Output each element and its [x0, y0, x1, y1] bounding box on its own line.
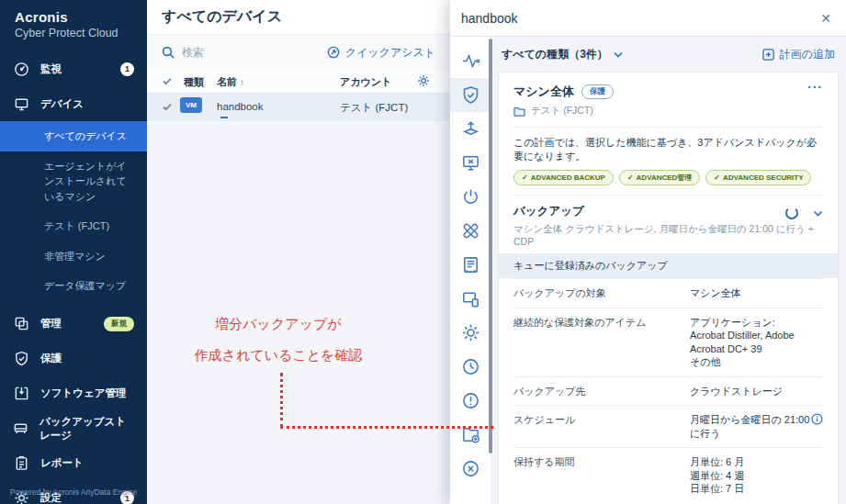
- report-file-icon[interactable]: [450, 248, 491, 282]
- devices-group-icon[interactable]: [450, 282, 491, 316]
- power-icon[interactable]: [450, 180, 491, 214]
- sidebar: Acronis Cyber Protect Cloud 監視 1 デバイス すべ…: [0, 0, 147, 504]
- shield-check-icon: [13, 351, 29, 366]
- plan-status-badge: 保護: [581, 84, 614, 99]
- queued-backup-row: キューに登録済みのバックアップ: [499, 253, 838, 278]
- chevron-down-icon[interactable]: [813, 210, 823, 217]
- sidebar-item-backup-storage[interactable]: バックアップストレージ: [0, 411, 147, 446]
- powered-by: Powered by Acronis AnyData Engine: [0, 487, 147, 497]
- table-row[interactable]: VM handbook テスト (FJCT): [147, 94, 450, 121]
- settings-gear-icon[interactable]: [450, 316, 491, 350]
- sidebar-item-label: 監視: [40, 62, 62, 76]
- backup-running-spinner: [785, 207, 798, 219]
- plan-more-menu[interactable]: ···: [807, 80, 823, 95]
- device-name: handbook: [217, 101, 264, 112]
- panel-icon-rail: [450, 37, 491, 504]
- chevron-down-icon: [614, 51, 623, 58]
- sidebar-item-label: ソフトウェア管理: [40, 386, 127, 400]
- device-details-panel: handbook ✕: [450, 0, 846, 504]
- sidebar-item-label: 保護: [40, 352, 62, 365]
- clipboard-icon: [13, 455, 29, 471]
- add-to-group-folder-icon[interactable]: [450, 418, 491, 452]
- page-title: すべてのデバイス: [162, 7, 282, 27]
- annotation-connector-vertical: [280, 373, 283, 428]
- sidebar-item-reports[interactable]: レポート: [0, 446, 147, 481]
- info-icon[interactable]: [811, 413, 823, 425]
- monitoring-badge: 1: [120, 62, 134, 76]
- annotation-connector-horizontal: [280, 426, 493, 429]
- activities-clock-icon[interactable]: [450, 350, 491, 384]
- search-input[interactable]: [182, 46, 301, 59]
- sidebar-item-label: デバイス: [40, 97, 84, 111]
- column-type[interactable]: 種類: [184, 75, 204, 89]
- sidebar-item-data-protection-map[interactable]: データ保護マップ: [0, 271, 147, 301]
- annotation-note: 増分バックアップが 作成されていることを確認: [168, 308, 389, 371]
- delete-icon[interactable]: [450, 452, 491, 486]
- plan-title: マシン全体: [513, 84, 574, 100]
- sidebar-item-devices[interactable]: デバイス: [0, 86, 147, 121]
- gauge-icon: [13, 62, 29, 77]
- protection-plan-card: マシン全体 保護 ··· テスト (FJCT) この計画では、選択した機能に基づ…: [498, 72, 839, 504]
- backup-section-title: バックアップ: [513, 204, 823, 219]
- folder-icon: [513, 106, 525, 117]
- plan-group: テスト (FJCT): [531, 105, 593, 118]
- backup-detail-row: スケジュール 月曜日から金曜日の 21:00 に行う: [513, 405, 823, 447]
- add-plan-button[interactable]: 計画の追加: [762, 47, 835, 62]
- vm-icon: VM: [180, 97, 202, 113]
- brand-line1: Acronis: [15, 9, 147, 27]
- column-name[interactable]: 名前 ↑: [217, 75, 244, 89]
- sidebar-item-label: 管理: [40, 317, 62, 330]
- brand-logo: Acronis Cyber Protect Cloud: [0, 0, 147, 40]
- disaster-recovery-icon[interactable]: [450, 112, 491, 146]
- plan-type-filter[interactable]: すべての種類（3件）: [502, 47, 623, 62]
- row-checkbox[interactable]: [162, 101, 173, 112]
- backup-detail-row: 保持する期間 月単位: 6 月 週単位: 4 週 日単位: 7 日: [513, 447, 823, 503]
- sidebar-item-all-devices[interactable]: すべてのデバイス: [0, 121, 147, 151]
- device-account: テスト (FJCT): [340, 101, 408, 115]
- backup-section-subtitle: マシン全体 クラウドストレージ, 月曜日から金曜日の 21:00 に行う + C…: [513, 223, 823, 247]
- storage-drive-icon: [13, 420, 28, 436]
- protection-shield-icon[interactable]: [450, 78, 491, 112]
- quick-assist-icon: [327, 46, 340, 59]
- advanced-pack-badge: ✓ADVANCED SECURITY: [705, 170, 811, 185]
- plus-square-icon: [762, 49, 774, 61]
- panel-title: handbook: [461, 11, 518, 26]
- select-all-checkbox[interactable]: [162, 75, 173, 86]
- sidebar-item-software-management[interactable]: ソフトウェア管理: [0, 376, 147, 411]
- activity-icon[interactable]: [450, 44, 491, 78]
- sidebar-item-protection[interactable]: 保護: [0, 342, 147, 376]
- close-icon[interactable]: ✕: [820, 11, 831, 26]
- patch-management-icon[interactable]: [450, 214, 491, 248]
- brand-line2: Cyber Protect Cloud: [15, 27, 147, 41]
- sidebar-item-label: レポート: [40, 456, 84, 470]
- backup-detail-row: 継続的な保護対象のアイテム アプリケーション: Acrobat Distille…: [513, 308, 823, 376]
- alerts-icon[interactable]: [450, 384, 491, 418]
- sidebar-item-agent-machines[interactable]: エージェントがインストールされているマシン: [0, 151, 147, 212]
- panel-scrollbar[interactable]: [489, 39, 492, 454]
- sidebar-item-monitoring[interactable]: 監視 1: [0, 51, 147, 86]
- software-download-icon: [13, 386, 29, 401]
- sidebar-item-unmanaged[interactable]: 非管理マシン: [0, 241, 147, 272]
- advanced-pack-badge: ✓ADVANCED管理: [619, 170, 700, 185]
- advanced-pack-notice: この計画では、選択した機能に基づき、3アドバンスドパックが必要になります。: [513, 136, 823, 163]
- sidebar-item-test-fjct[interactable]: テスト (FJCT): [0, 211, 147, 241]
- table-settings-gear-icon[interactable]: [417, 74, 430, 87]
- search-icon: [162, 46, 175, 59]
- backup-detail-row: バックアップ先 クラウドストレージ: [513, 376, 823, 406]
- column-account[interactable]: アカウント: [340, 75, 391, 89]
- backup-detail-row: バックアップの対象 マシン全体: [513, 278, 823, 308]
- new-badge: 新規: [104, 317, 134, 331]
- monitor-icon: [13, 96, 29, 112]
- copy-icon: [13, 316, 29, 331]
- advanced-pack-badge: ✓ADVANCED BACKUP: [513, 170, 614, 185]
- sidebar-item-management[interactable]: 管理 新規: [0, 307, 147, 342]
- sort-up-icon: ↑: [240, 77, 244, 87]
- sidebar-item-label: バックアップストレージ: [39, 415, 134, 442]
- quick-assist-button[interactable]: クイックアシスト: [327, 45, 435, 61]
- remote-desktop-icon[interactable]: [450, 146, 491, 180]
